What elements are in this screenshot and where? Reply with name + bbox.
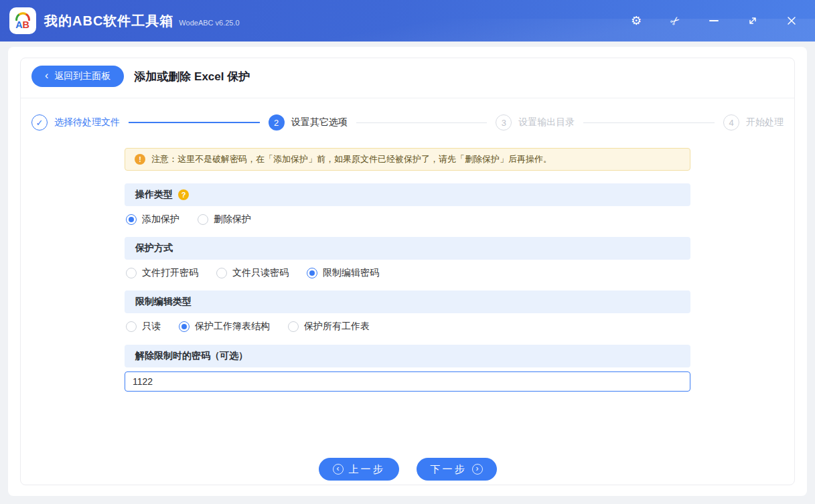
warning-text: 注意：这里不是破解密码，在「添加保护」前，如果原文件已经被保护了，请先「删除保护… xyxy=(151,153,552,165)
step-1-select-files: ✓ 选择待处理文件 xyxy=(31,114,120,131)
form-content: ! 注意：这里不是破解密码，在「添加保护」前，如果原文件已经被保护了，请先「删除… xyxy=(125,148,690,392)
radio-label: 限制编辑密码 xyxy=(323,267,379,279)
step-4-number: 4 xyxy=(723,114,739,131)
section-title: 限制编辑类型 xyxy=(135,296,192,308)
section-title: 解除限制时的密码（可选） xyxy=(135,350,248,362)
radio-dot xyxy=(126,268,137,278)
radio-dot xyxy=(307,268,317,278)
app-version: WodeABC v6.25.0 xyxy=(179,19,239,27)
close-icon[interactable] xyxy=(784,13,799,28)
previous-step-label: 上一步 xyxy=(349,463,385,476)
protection-mode-options: 文件打开密码 文件只读密码 限制编辑密码 xyxy=(125,267,690,279)
radio-add-protection[interactable]: 添加保护 xyxy=(126,214,179,226)
step-connector xyxy=(583,122,715,123)
radio-readonly-password[interactable]: 文件只读密码 xyxy=(216,267,289,279)
minimize-line xyxy=(709,20,719,21)
radio-readonly[interactable]: 只读 xyxy=(126,321,161,333)
operation-type-options: 添加保护 删除保护 xyxy=(125,214,690,226)
radio-protect-all-sheets[interactable]: 保护所有工作表 xyxy=(288,321,370,333)
logo-letter-a: A xyxy=(15,19,23,30)
section-header-protection-mode: 保护方式 xyxy=(125,237,690,260)
back-button-label: 返回到主面板 xyxy=(54,70,110,82)
logo-letter-b: B xyxy=(23,19,29,30)
step-3-output-dir: 3 设置输出目录 xyxy=(496,114,575,131)
titlebar-controls: ⚙ ✂ xyxy=(629,13,799,28)
section-header-unlock-password: 解除限制时的密码（可选） xyxy=(125,345,690,367)
step-1-check-icon: ✓ xyxy=(31,114,48,131)
step-4-start: 4 开始处理 xyxy=(723,114,784,131)
radio-remove-protection[interactable]: 删除保护 xyxy=(198,214,251,226)
card-header: ‹ 返回到主面板 添加或删除 Excel 保护 xyxy=(21,58,794,98)
minimize-icon[interactable] xyxy=(707,13,721,28)
circle-chevron-right-icon: › xyxy=(472,464,483,475)
radio-open-password[interactable]: 文件打开密码 xyxy=(126,267,198,279)
step-4-label: 开始处理 xyxy=(746,116,784,129)
step-3-number: 3 xyxy=(496,114,512,131)
step-indicator: ✓ 选择待处理文件 2 设置其它选项 3 设置输出目录 4 xyxy=(21,98,794,148)
next-step-label: 下一步 xyxy=(431,463,467,476)
app-title: 我的ABC软件工具箱 xyxy=(44,12,173,30)
section-title: 操作类型 xyxy=(135,189,173,201)
warning-notice: ! 注意：这里不是破解密码，在「添加保护」前，如果原文件已经被保护了，请先「删除… xyxy=(125,148,690,171)
gear-icon[interactable]: ⚙ xyxy=(629,13,644,28)
scissors-icon[interactable]: ✂ xyxy=(665,11,686,31)
section-title: 保护方式 xyxy=(135,242,173,254)
titlebar: AB 我的ABC软件工具箱 WodeABC v6.25.0 ⚙ ✂ xyxy=(0,0,815,41)
circle-chevron-left-icon: ‹ xyxy=(333,464,344,475)
section-header-restrict-type: 限制编辑类型 xyxy=(125,290,690,313)
step-2-number: 2 xyxy=(269,114,285,131)
previous-step-button[interactable]: ‹ 上一步 xyxy=(319,458,399,481)
wizard-footer: ‹ 上一步 下一步 › xyxy=(21,458,794,485)
step-3-label: 设置输出目录 xyxy=(518,116,575,129)
app-logo-icon: AB xyxy=(9,7,36,34)
unlock-password-input[interactable] xyxy=(125,371,690,392)
restrict-type-options: 只读 保护工作簿表结构 保护所有工作表 xyxy=(125,321,690,333)
radio-label: 添加保护 xyxy=(142,214,179,226)
radio-dot xyxy=(288,321,299,332)
section-header-operation-type: 操作类型 ? xyxy=(125,183,690,206)
back-to-main-button[interactable]: ‹ 返回到主面板 xyxy=(31,66,124,87)
step-connector-active xyxy=(129,122,260,123)
app-body: ‹ 返回到主面板 添加或删除 Excel 保护 ✓ 选择待处理文件 2 设置 xyxy=(0,41,815,504)
content-panel: ‹ 返回到主面板 添加或删除 Excel 保护 ✓ 选择待处理文件 2 设置 xyxy=(8,47,807,496)
radio-label: 保护工作簿表结构 xyxy=(195,321,270,333)
wizard-card: ‹ 返回到主面板 添加或删除 Excel 保护 ✓ 选择待处理文件 2 设置 xyxy=(20,58,795,485)
chevron-left-icon: ‹ xyxy=(45,70,48,81)
resize-icon[interactable] xyxy=(745,13,760,28)
radio-dot xyxy=(216,268,227,278)
radio-dot xyxy=(126,321,137,332)
help-icon[interactable]: ? xyxy=(178,189,189,200)
next-step-button[interactable]: 下一步 › xyxy=(417,458,497,481)
radio-label: 删除保护 xyxy=(214,214,251,226)
page-title: 添加或删除 Excel 保护 xyxy=(134,69,250,84)
radio-protect-workbook-structure[interactable]: 保护工作簿表结构 xyxy=(179,321,270,333)
svg-text:AB: AB xyxy=(15,19,29,30)
radio-label: 保护所有工作表 xyxy=(304,321,370,333)
radio-label: 只读 xyxy=(142,321,161,333)
app-window: AB 我的ABC软件工具箱 WodeABC v6.25.0 ⚙ ✂ xyxy=(0,0,815,504)
warning-icon: ! xyxy=(135,154,145,165)
step-2-label: 设置其它选项 xyxy=(291,116,348,129)
radio-restrict-edit-password[interactable]: 限制编辑密码 xyxy=(307,267,379,279)
radio-label: 文件打开密码 xyxy=(142,267,198,279)
radio-dot xyxy=(179,321,190,332)
radio-dot xyxy=(198,214,208,225)
step-2-set-options: 2 设置其它选项 xyxy=(269,114,348,131)
radio-dot xyxy=(126,214,137,225)
step-connector xyxy=(356,122,488,123)
step-1-label: 选择待处理文件 xyxy=(54,116,120,129)
radio-label: 文件只读密码 xyxy=(232,267,289,279)
